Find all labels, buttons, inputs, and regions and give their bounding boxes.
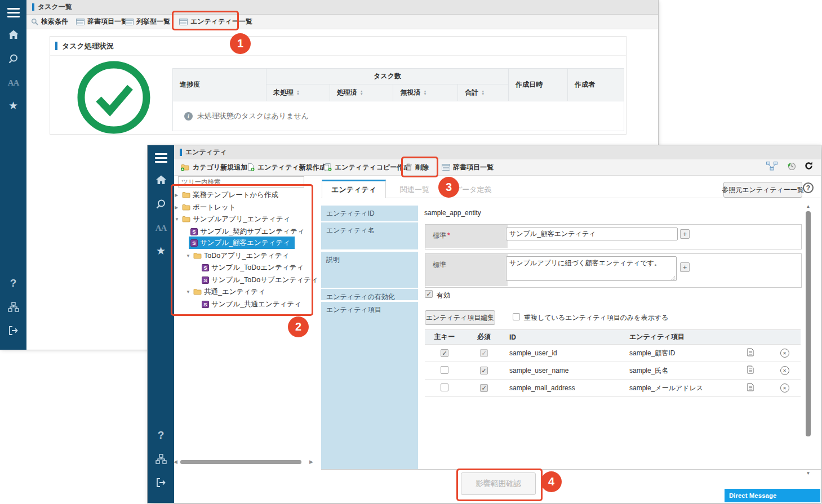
tree-item-entity-selected[interactable]: S サンプル_顧客エンティティ [189, 237, 295, 249]
tree-item-folder[interactable]: ▶ ポートレット [175, 202, 236, 213]
list-icon [442, 164, 450, 171]
tab-enum-list[interactable]: 列挙型一覧 [125, 15, 170, 29]
duplicate-filter-label: 重複しているエンティティ項目のみを表示する [524, 313, 668, 323]
tree-item-folder[interactable]: ▼ ToDoアプリ_エンティティ [186, 250, 289, 261]
required-checkbox[interactable]: ✓ [480, 367, 488, 374]
sort-icon[interactable]: ▲▼ [423, 90, 426, 96]
required-checkbox[interactable]: ✓ [480, 384, 488, 392]
tree-item-entity[interactable]: S サンプル_ToDoエンティティ [202, 262, 304, 273]
search-icon[interactable] [148, 199, 174, 211]
vertical-scrollbar[interactable] [806, 211, 811, 436]
tab-dictionary-list[interactable]: 辞書項目一覧 [76, 15, 128, 29]
menu-icon[interactable] [148, 151, 174, 165]
horizontal-scrollbar[interactable] [180, 460, 301, 464]
global-nav-sidebar: AA ★ ? [148, 145, 174, 503]
col-created-at: 作成日時 [508, 69, 567, 101]
chevron-right-icon[interactable]: ▶ [175, 205, 180, 210]
scroll-down-icon[interactable]: ▼ [805, 471, 812, 476]
duplicate-filter-checkbox[interactable] [513, 313, 520, 320]
sort-icon[interactable]: ▲▼ [296, 90, 300, 96]
tree-search-input[interactable] [178, 176, 304, 188]
enabled-label: 有効 [437, 291, 450, 300]
resize-handle-icon[interactable] [671, 276, 676, 280]
enabled-checkbox[interactable]: ✓ [425, 290, 433, 298]
sitemap-icon[interactable] [0, 302, 26, 314]
font-size-icon[interactable]: AA [148, 224, 174, 233]
sort-icon[interactable]: ▲▼ [481, 90, 485, 96]
entity-icon: S [190, 228, 198, 235]
table-header: 進捗度 タスク数 未処理▲▼ 処理済▲▼ 無視済▲▼ 合計▲▼ 作成日時 作成者 [173, 69, 624, 101]
history-icon[interactable] [787, 162, 797, 173]
tab-related-list[interactable]: 関連一覧 [400, 185, 429, 195]
home-icon[interactable] [148, 175, 174, 186]
scroll-up-icon[interactable]: ▲ [805, 204, 812, 209]
reference-entity-list-button[interactable]: 参照元エンティティー一覧 [723, 182, 802, 198]
tab-data-definition[interactable]: データ定義 [455, 185, 492, 195]
col-total[interactable]: 合計▲▼ [457, 84, 508, 101]
search-icon[interactable] [0, 53, 26, 66]
new-entity-button[interactable]: エンティティ新規作成 [247, 159, 326, 175]
favorites-icon[interactable]: ★ [0, 99, 26, 112]
status-ok-icon [76, 60, 152, 137]
delete-button[interactable]: 削除 [406, 159, 429, 175]
add-locale-button[interactable]: + [680, 262, 690, 272]
chevron-down-icon[interactable]: ▼ [175, 217, 180, 222]
tab-entity[interactable]: エンティティ [322, 180, 386, 198]
scroll-left-icon[interactable]: ◀ [174, 459, 177, 465]
favorites-icon[interactable]: ★ [148, 244, 174, 257]
refresh-icon[interactable] [805, 162, 813, 172]
col-unprocessed[interactable]: 未処理▲▼ [266, 84, 330, 101]
document-icon[interactable] [747, 365, 754, 374]
help-icon[interactable]: ? [148, 429, 174, 441]
primary-key-checkbox[interactable] [441, 383, 448, 391]
data-flow-icon[interactable] [766, 162, 777, 172]
impact-check-button[interactable]: 影響範囲確認 [461, 472, 536, 495]
sitemap-icon[interactable] [148, 454, 174, 466]
title-accent-bar [32, 3, 34, 11]
tree-item-entity[interactable]: S サンプル_共通エンティティ [202, 298, 301, 310]
add-category-button[interactable]: カテゴリ新規追加 [180, 159, 247, 175]
remove-item-icon[interactable]: ✕ [780, 383, 789, 393]
edit-entity-items-button[interactable]: エンティティ項目編集 [425, 310, 495, 325]
remove-item-icon[interactable]: ✕ [780, 366, 789, 375]
tab-entity-list[interactable]: エンティティー一覧 [179, 15, 252, 29]
col-group-task-count: タスク数 未処理▲▼ 処理済▲▼ 無視済▲▼ 合計▲▼ [266, 69, 508, 101]
logout-icon[interactable] [148, 478, 174, 489]
tree-item-entity[interactable]: S サンプル_ToDoサブエンティティ [202, 274, 318, 286]
dictionary-list-button[interactable]: 辞書項目一覧 [442, 159, 494, 175]
add-locale-button[interactable]: + [680, 229, 690, 239]
col-processed[interactable]: 処理済▲▼ [330, 84, 393, 101]
primary-key-checkbox[interactable] [441, 366, 448, 374]
logout-icon[interactable] [0, 326, 26, 337]
panel-accent-bar [55, 42, 57, 50]
description-textarea[interactable]: サンプルアプリに紐づく顧客エンティティです。 [506, 256, 677, 281]
chevron-down-icon[interactable]: ▼ [186, 289, 191, 295]
tab-search-conditions[interactable]: 検索条件 [31, 15, 68, 29]
scroll-right-icon[interactable]: ▶ [309, 459, 313, 465]
chevron-right-icon[interactable]: ▶ [175, 193, 180, 198]
title-accent-bar [180, 149, 182, 156]
help-icon[interactable]: ? [0, 277, 26, 289]
tree-item-folder[interactable]: ▼ 共通_エンティティ [186, 286, 265, 297]
tree-item-folder[interactable]: ▼ サンプルアプリ_エンティティ [175, 213, 290, 225]
col-primary-key: 主キー [425, 332, 464, 342]
primary-key-checkbox[interactable]: ✓ [441, 349, 448, 357]
document-icon[interactable] [747, 383, 754, 391]
chevron-down-icon[interactable]: ▼ [186, 253, 191, 258]
font-size-icon[interactable]: AA [0, 78, 26, 88]
home-icon[interactable] [0, 30, 26, 41]
col-ignored[interactable]: 無視済▲▼ [393, 84, 457, 101]
tree-item-entity[interactable]: S サンプル_契約サブエンティティ [190, 226, 304, 237]
help-circle-icon[interactable]: ? [803, 182, 814, 193]
sort-icon[interactable]: ▲▼ [360, 90, 363, 96]
tree-item-label: サンプル_契約サブエンティティ [200, 227, 304, 237]
label-entity-id: エンティティID [321, 206, 418, 221]
copy-entity-button[interactable]: エンティティコピー作成 [323, 159, 410, 175]
tree-item-folder[interactable]: ▶ 業務テンプレートから作成 [175, 189, 278, 200]
entity-window: AA ★ ? エンティティ カテゴリ新規追加 エンティティ新規作成 エンティティ… [148, 145, 821, 503]
entity-name-input[interactable] [506, 228, 678, 240]
menu-icon[interactable] [0, 6, 26, 20]
remove-item-icon[interactable]: ✕ [780, 349, 789, 358]
document-icon[interactable] [747, 348, 754, 356]
direct-message-bar[interactable]: Direct Message [725, 489, 820, 502]
